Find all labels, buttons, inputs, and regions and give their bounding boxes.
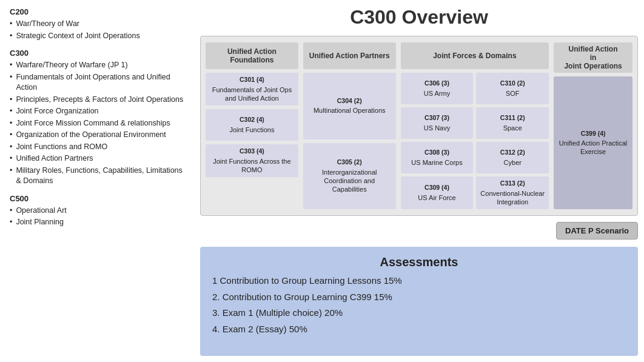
card-c308: C308 (3) US Marine Corps — [401, 142, 474, 173]
list-item: Unified Action Partners — [10, 153, 184, 164]
col-partners: Unified Action Partners C304 (2) Multina… — [303, 42, 396, 209]
sidebar-c500-list: Operational Art Joint Planning — [10, 206, 184, 228]
sidebar-c300-title: C300 — [10, 49, 184, 58]
date-scenario-button[interactable]: DATE P Scenario — [556, 222, 638, 240]
col-unified-action: Unified ActioninJoint Operations C399 (4… — [554, 42, 632, 209]
card-c305: C305 (2) Interorganizational Coordinatio… — [303, 143, 396, 210]
col1-header: Unified Action Foundations — [206, 42, 298, 69]
card-c304: C304 (2) Multinational Operations — [303, 73, 396, 139]
list-item: Strategic Context of Joint Operations — [10, 31, 184, 42]
page-title: C300 Overview — [200, 6, 638, 28]
list-item: Joint Force Organization — [10, 106, 184, 117]
list-item: Fundamentals of Joint Operations and Uni… — [10, 72, 184, 93]
list-item: Organization of the Operational Environm… — [10, 130, 184, 141]
sidebar-c500-title: C500 — [10, 194, 184, 203]
card-c301: C301 (4) Fundamentals of Joint Ops and U… — [206, 73, 298, 106]
sidebar-c300-list: Warfare/Theory of Warfare (JP 1) Fundame… — [10, 60, 184, 187]
list-item: Joint Planning — [10, 217, 184, 228]
assessments-area: Assessments 1 Contribution to Group Lear… — [200, 247, 638, 356]
list-item: Warfare/Theory of Warfare (JP 1) — [10, 60, 184, 71]
sidebar: C200 War/Theory of War Strategic Context… — [0, 0, 194, 362]
col3-header: Joint Forces & Domains — [401, 42, 549, 69]
list-item: Principles, Precepts & Factors of Joint … — [10, 95, 184, 106]
card-c306: C306 (3) US Army — [401, 73, 474, 104]
assessment-list: 1 Contribution to Group Learning Lessons… — [212, 274, 626, 336]
main-content: C300 Overview Unified Action Foundations… — [194, 0, 644, 362]
card-c309: C309 (4) US Air Force — [401, 176, 474, 209]
card-c313: C313 (2) Conventional-Nuclear Integratio… — [476, 176, 549, 209]
col2-header: Unified Action Partners — [303, 42, 396, 69]
list-item: Joint Force Mission Command & relationsh… — [10, 118, 184, 129]
assessment-item-1: 1 Contribution to Group Learning Lessons… — [212, 274, 626, 288]
col-joint-forces: Joint Forces & Domains C306 (3) US Army … — [401, 42, 549, 209]
sidebar-c200-title: C200 — [10, 7, 184, 16]
list-item: War/Theory of War — [10, 19, 184, 30]
card-c312: C312 (2) Cyber — [476, 142, 549, 173]
assessment-item-3: 3. Exam 1 (Multiple choice) 20% — [212, 306, 626, 320]
card-c399: C399 (4) Unified Action Practical Exerci… — [554, 76, 632, 209]
jf-grid: C306 (3) US Army C310 (2) SOF C307 (3) U… — [401, 73, 549, 209]
card-c310: C310 (2) SOF — [476, 73, 549, 104]
sidebar-c200-list: War/Theory of War Strategic Context of J… — [10, 19, 184, 41]
col-foundations: Unified Action Foundations C301 (4) Fund… — [206, 42, 298, 209]
list-item: Operational Art — [10, 206, 184, 216]
list-item: Joint Functions and ROMO — [10, 142, 184, 153]
list-item: Military Roles, Functions, Capabilities,… — [10, 166, 184, 187]
assessments-title: Assessments — [212, 255, 626, 269]
date-scenario-wrapper: DATE P Scenario — [200, 222, 638, 243]
card-c303: C303 (4) Joint Functions Across the ROMO — [206, 144, 298, 177]
card-c302: C302 (4) Joint Functions — [206, 109, 298, 141]
assessment-item-4: 4. Exam 2 (Essay) 50% — [212, 323, 626, 337]
card-c311: C311 (2) Space — [476, 107, 549, 139]
assessment-item-2: 2. Contribution to Group Learning C399 1… — [212, 290, 626, 304]
card-c307: C307 (3) US Navy — [401, 107, 474, 139]
diagram-area: Unified Action Foundations C301 (4) Fund… — [200, 36, 638, 216]
col4-header: Unified ActioninJoint Operations — [554, 42, 632, 73]
